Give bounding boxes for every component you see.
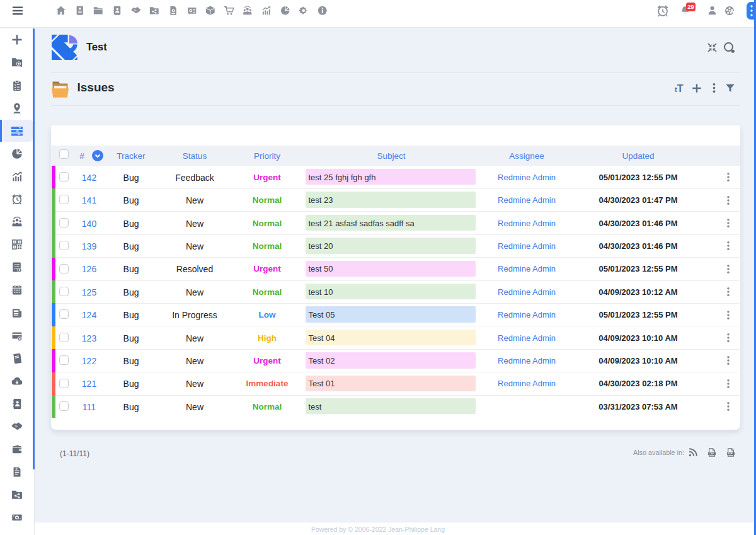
svg-text:PDF: PDF <box>728 452 733 455</box>
svg-text:CSV: CSV <box>709 452 714 455</box>
svg-text:$: $ <box>16 468 17 470</box>
